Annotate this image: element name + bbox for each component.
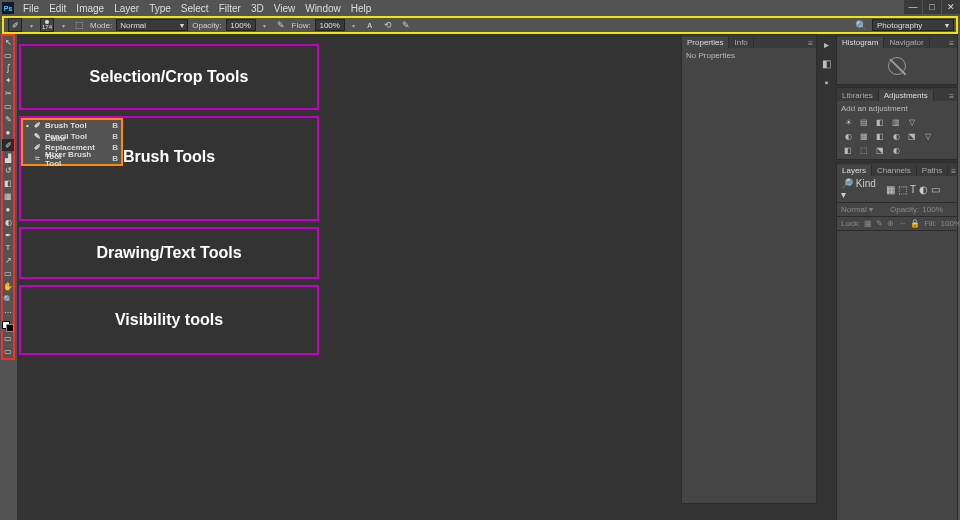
blur-tool[interactable]: ● [2, 203, 14, 215]
menu-help[interactable]: Help [346, 3, 377, 14]
panel-menu-icon[interactable]: ≡ [946, 92, 957, 101]
history-brush-tool[interactable]: ↺ [2, 165, 14, 177]
adjustment-icon-3[interactable]: ▥ [889, 116, 903, 128]
opacity-input[interactable]: 100% [226, 19, 256, 31]
smoothing-icon[interactable]: ⟲ [381, 18, 395, 32]
adjustment-icon-0[interactable]: ☀ [841, 116, 855, 128]
quick-mask-icon[interactable]: ▭ [2, 333, 14, 345]
tab-properties[interactable]: Properties [682, 37, 729, 48]
menu-image[interactable]: Image [71, 3, 109, 14]
adjustment-icon-13[interactable]: ▽ [921, 130, 935, 142]
zoom-tool[interactable]: 🔍 [2, 293, 14, 305]
gradient-tool[interactable]: ▦ [2, 191, 14, 203]
lock-pixels-icon[interactable]: ✎ [876, 219, 883, 228]
pen-tool[interactable]: ✒ [2, 229, 14, 241]
tab-paths[interactable]: Paths [917, 165, 948, 176]
adjustment-icon-8[interactable]: ◐ [841, 130, 855, 142]
layer-blend-select[interactable]: Normal ▾ [841, 205, 887, 214]
menu-select[interactable]: Select [176, 3, 214, 14]
tab-layers[interactable]: Layers [837, 165, 872, 176]
path-select-tool[interactable]: ↗ [2, 255, 14, 267]
layers-list[interactable] [837, 231, 957, 520]
layer-opacity-input[interactable]: 100% [922, 205, 950, 214]
menu-view[interactable]: View [269, 3, 301, 14]
adjustment-icon-11[interactable]: ◐ [889, 130, 903, 142]
filter-icon-adjust[interactable]: ⬚ [898, 184, 907, 195]
filter-icon-type[interactable]: T [910, 184, 916, 195]
brush-size-dd[interactable]: ▾ [58, 18, 68, 32]
adjustment-icon-4[interactable]: ▽ [905, 116, 919, 128]
frame-tool[interactable]: ▭ [2, 101, 14, 113]
menu-3d[interactable]: 3D [246, 3, 269, 14]
lock-artboard-icon[interactable]: ↔ [898, 219, 906, 228]
opacity-dd[interactable]: ▾ [260, 18, 270, 32]
strip-icon-3[interactable]: ▪ [820, 76, 833, 89]
flow-input[interactable]: 100% [315, 19, 345, 31]
pressure-opacity-icon[interactable]: ✎ [274, 18, 288, 32]
healing-brush-tool[interactable]: ● [2, 126, 14, 138]
clone-stamp-tool[interactable]: ▟ [2, 152, 14, 164]
tool-preset-dd[interactable]: ▾ [26, 18, 36, 32]
eraser-tool[interactable]: ◧ [2, 178, 14, 190]
tab-info[interactable]: Info [729, 37, 753, 48]
adjustment-icon-10[interactable]: ◧ [873, 130, 887, 142]
tab-adjustments[interactable]: Adjustments [879, 90, 934, 101]
minimize-button[interactable]: — [904, 0, 922, 14]
menu-edit[interactable]: Edit [44, 3, 71, 14]
workspace-select[interactable]: Photography ▾ [872, 19, 954, 31]
panel-menu-icon[interactable]: ≡ [948, 167, 959, 176]
type-tool[interactable]: T [2, 242, 14, 254]
edit-toolbar[interactable]: ⋯ [2, 306, 14, 318]
brush-size-swatch[interactable]: 174 [40, 18, 54, 32]
adjustment-icon-16[interactable]: ◧ [841, 144, 855, 156]
flow-dd[interactable]: ▾ [349, 18, 359, 32]
lock-position-icon[interactable]: ⊕ [887, 219, 894, 228]
lock-transparent-icon[interactable]: ▦ [864, 219, 872, 228]
layer-fill-input[interactable]: 100% [941, 219, 960, 228]
adjustment-icon-17[interactable]: ⬚ [857, 144, 871, 156]
panel-menu-icon[interactable]: ≡ [946, 39, 957, 48]
blend-mode-select[interactable]: Normal ▾ [116, 19, 188, 31]
flyout-item[interactable]: •✐Brush ToolB [23, 120, 121, 131]
pressure-size-icon[interactable]: ✎ [399, 18, 413, 32]
tool-preset-icon[interactable]: ✐ [8, 18, 22, 32]
brush-tool[interactable]: ✐ [2, 139, 14, 151]
crop-tool[interactable]: ✂ [2, 88, 14, 100]
menu-window[interactable]: Window [300, 3, 346, 14]
menu-layer[interactable]: Layer [109, 3, 144, 14]
tab-navigator[interactable]: Navigator [884, 37, 929, 48]
strip-icon-2[interactable]: ◧ [820, 57, 833, 70]
tab-libraries[interactable]: Libraries [837, 90, 879, 101]
tab-histogram[interactable]: Histogram [837, 37, 884, 48]
screen-mode-icon[interactable]: ▭ [2, 346, 14, 358]
adjustment-icon-12[interactable]: ⬔ [905, 130, 919, 142]
lasso-tool[interactable]: ʃ [2, 62, 14, 74]
adjustment-icon-9[interactable]: ▦ [857, 130, 871, 142]
adjustment-icon-2[interactable]: ◧ [873, 116, 887, 128]
filter-icon-shape[interactable]: ◐ [919, 184, 928, 195]
rectangle-tool[interactable]: ▭ [2, 268, 14, 280]
filter-icon-smart[interactable]: ▭ [931, 184, 940, 195]
search-icon[interactable]: 🔍 [854, 18, 868, 32]
maximize-button[interactable]: □ [923, 0, 941, 14]
adjustment-icon-18[interactable]: ⬔ [873, 144, 887, 156]
panel-menu-icon[interactable]: ≡ [805, 39, 816, 48]
color-swatches[interactable] [2, 321, 14, 333]
strip-icon-1[interactable]: ▸ [820, 38, 833, 51]
airbrush-icon[interactable]: ᴀ [363, 18, 377, 32]
marquee-tool[interactable]: ▭ [2, 49, 14, 61]
move-tool[interactable]: ↖ [2, 37, 14, 49]
brush-panel-toggle-icon[interactable]: ⬚ [72, 18, 86, 32]
menu-file[interactable]: File [18, 3, 44, 14]
menu-filter[interactable]: Filter [214, 3, 246, 14]
background-color[interactable] [6, 324, 14, 332]
tab-channels[interactable]: Channels [872, 165, 917, 176]
adjustment-icon-19[interactable]: ◐ [889, 144, 903, 156]
layer-filter-kind[interactable]: 🔎 Kind ▾ [841, 178, 883, 200]
menu-type[interactable]: Type [144, 3, 176, 14]
filter-icon-pixel[interactable]: ▦ [886, 184, 895, 195]
close-button[interactable]: ✕ [942, 0, 960, 14]
dodge-tool[interactable]: ◐ [2, 216, 14, 228]
flyout-item[interactable]: ≈Mixer Brush ToolB [23, 153, 121, 164]
quick-select-tool[interactable]: ✦ [2, 75, 14, 87]
